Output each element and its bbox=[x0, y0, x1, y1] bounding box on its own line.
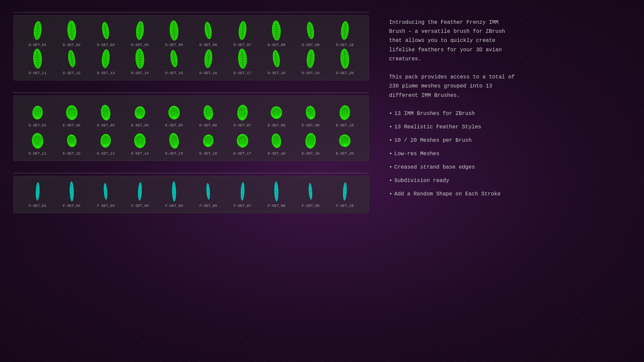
set-item-label: E-SET_04 bbox=[131, 123, 149, 127]
set-item-d-set-02: D-SET_02 bbox=[57, 20, 87, 47]
set-item-icon-dset bbox=[333, 20, 357, 42]
set-item-label: D-SET_09 bbox=[302, 43, 320, 47]
set-item-d-set-11: D-SET_11 bbox=[22, 49, 53, 75]
feature-text: Creased strand base edges bbox=[394, 164, 475, 170]
set-item-icon-eset bbox=[26, 129, 49, 151]
set-item-label: E-SET_06 bbox=[199, 123, 217, 127]
set-item-label: F-SET_06 bbox=[199, 204, 217, 208]
set-item-label: D-SET_14 bbox=[131, 71, 149, 75]
feature-item-6: •Add a Random Shape on Each Stroke bbox=[389, 190, 517, 198]
set-item-icon-fset bbox=[94, 181, 117, 203]
set-item-e-set-06: E-SET_06 bbox=[193, 101, 223, 127]
set-item-icon-eset bbox=[26, 101, 49, 123]
set-item-d-set-20: D-SET_20 bbox=[330, 49, 360, 75]
set-item-d-set-06: D-SET_06 bbox=[193, 20, 223, 47]
feature-item-2: •10 / 20 Meshes per Brush bbox=[389, 136, 517, 144]
feature-text: Subdivision ready bbox=[394, 178, 449, 184]
set-item-f-set-09: F-SET_09 bbox=[296, 181, 326, 208]
set-item-label: D-SET_12 bbox=[63, 71, 80, 75]
feature-bullet: • bbox=[389, 178, 392, 184]
set-item-e-set-12: E-SET_12 bbox=[57, 129, 87, 156]
eset-row-1: E-SET_01 E-SET_02 E-SET_03 E-SET_04 bbox=[20, 101, 362, 127]
set-item-f-set-10: F-SET_10 bbox=[330, 181, 360, 208]
set-item-label: E-SET_18 bbox=[268, 152, 285, 156]
set-item-label: F-SET_08 bbox=[268, 204, 285, 208]
set-item-icon-dset bbox=[26, 20, 49, 42]
set-item-e-set-15: E-SET_15 bbox=[159, 129, 189, 156]
main-layout: D-SET_01 D-SET_02 D-SET_03 D-SET_04 bbox=[0, 0, 644, 362]
set-item-icon-fset bbox=[265, 181, 288, 203]
set-item-label: E-SET_01 bbox=[29, 123, 46, 127]
feature-bullet: • bbox=[389, 124, 392, 130]
set-item-label: F-SET_03 bbox=[97, 204, 115, 208]
dset-section: D-SET_01 D-SET_02 D-SET_03 D-SET_04 bbox=[13, 10, 369, 80]
set-item-f-set-02: F-SET_02 bbox=[57, 181, 87, 208]
set-item-e-set-08: E-SET_08 bbox=[261, 101, 291, 127]
set-item-label: D-SET_11 bbox=[29, 71, 46, 75]
set-item-e-set-10: E-SET_10 bbox=[330, 101, 360, 127]
set-item-icon-eset bbox=[333, 129, 357, 151]
set-item-label: F-SET_07 bbox=[233, 204, 251, 208]
set-item-icon-dset bbox=[197, 20, 220, 42]
set-item-label: D-SET_05 bbox=[165, 43, 183, 47]
set-item-d-set-16: D-SET_16 bbox=[193, 49, 223, 75]
feature-bullet: • bbox=[389, 137, 392, 143]
set-item-icon-eset bbox=[299, 129, 322, 151]
fset-row-1: F-SET_01 F-SET_02 F-SET_03 F-SET_04 bbox=[20, 181, 362, 208]
set-item-e-set-04: E-SET_04 bbox=[125, 101, 155, 127]
set-item-label: E-SET_10 bbox=[336, 123, 354, 127]
left-panel: D-SET_01 D-SET_02 D-SET_03 D-SET_04 bbox=[13, 10, 369, 352]
set-item-icon-fset bbox=[162, 181, 186, 203]
set-item-label: E-SET_19 bbox=[302, 152, 320, 156]
feature-item-5: •Subdivision ready bbox=[389, 177, 517, 185]
set-item-label: D-SET_07 bbox=[233, 43, 251, 47]
set-item-label: D-SET_13 bbox=[97, 71, 115, 75]
dset-row-2: D-SET_11 D-SET_12 D-SET_13 D-SET_14 bbox=[20, 49, 362, 75]
set-item-e-set-18: E-SET_18 bbox=[261, 129, 291, 156]
set-item-icon-dset bbox=[94, 49, 117, 70]
feature-text: 13 IMM Brushes for ZBrush bbox=[394, 111, 475, 117]
set-item-label: D-SET_15 bbox=[165, 71, 183, 75]
set-item-label: F-SET_09 bbox=[302, 204, 320, 208]
eset-row-2: E-SET_11 E-SET_12 E-SET_13 E-SET_14 bbox=[20, 129, 362, 156]
set-item-f-set-03: F-SET_03 bbox=[91, 181, 121, 208]
set-item-label: E-SET_07 bbox=[233, 123, 251, 127]
set-item-icon-eset bbox=[265, 129, 288, 151]
set-item-icon-dset bbox=[299, 20, 322, 42]
resume-text-2: This pack provides access to a total of … bbox=[389, 74, 515, 98]
set-item-label: E-SET_16 bbox=[199, 152, 217, 156]
set-item-label: D-SET_20 bbox=[336, 71, 354, 75]
set-item-label: E-SET_15 bbox=[165, 152, 183, 156]
set-item-label: E-SET_09 bbox=[302, 123, 320, 127]
set-item-icon-fset bbox=[60, 181, 84, 203]
set-item-f-set-06: F-SET_06 bbox=[193, 181, 223, 208]
set-item-icon-dset bbox=[265, 49, 288, 70]
feature-bullet: • bbox=[389, 151, 392, 157]
feature-bullet: • bbox=[389, 191, 392, 197]
set-item-label: E-SET_02 bbox=[63, 123, 80, 127]
set-item-label: D-SET_17 bbox=[233, 71, 251, 75]
set-item-e-set-05: E-SET_05 bbox=[159, 101, 189, 127]
set-item-d-set-14: D-SET_14 bbox=[125, 49, 155, 75]
feature-text: Add a Random Shape on Each Stroke bbox=[394, 191, 501, 197]
dset-title bbox=[13, 10, 369, 12]
fset-grid-container: F-SET_01 F-SET_02 F-SET_03 F-SET_04 bbox=[13, 176, 369, 213]
set-item-d-set-03: D-SET_03 bbox=[91, 20, 121, 47]
set-item-icon-eset bbox=[162, 129, 186, 151]
set-item-icon-dset bbox=[197, 49, 220, 70]
set-item-icon-eset bbox=[60, 101, 84, 123]
set-item-f-set-05: F-SET_05 bbox=[159, 181, 189, 208]
set-item-d-set-01: D-SET_01 bbox=[22, 20, 53, 47]
set-item-icon-eset bbox=[162, 101, 186, 123]
set-item-icon-dset bbox=[60, 20, 84, 42]
set-item-d-set-13: D-SET_13 bbox=[91, 49, 121, 75]
set-item-icon-fset bbox=[231, 181, 254, 203]
set-item-d-set-10: D-SET_10 bbox=[330, 20, 360, 47]
set-item-icon-eset bbox=[128, 101, 152, 123]
set-item-f-set-07: F-SET_07 bbox=[227, 181, 258, 208]
set-item-label: E-SET_11 bbox=[29, 152, 46, 156]
set-item-label: D-SET_02 bbox=[63, 43, 80, 47]
set-item-label: E-SET_14 bbox=[131, 152, 149, 156]
set-item-icon-fset bbox=[333, 181, 357, 203]
features-list: •13 IMM Brushes for ZBrush•13 Realistic … bbox=[389, 110, 517, 198]
